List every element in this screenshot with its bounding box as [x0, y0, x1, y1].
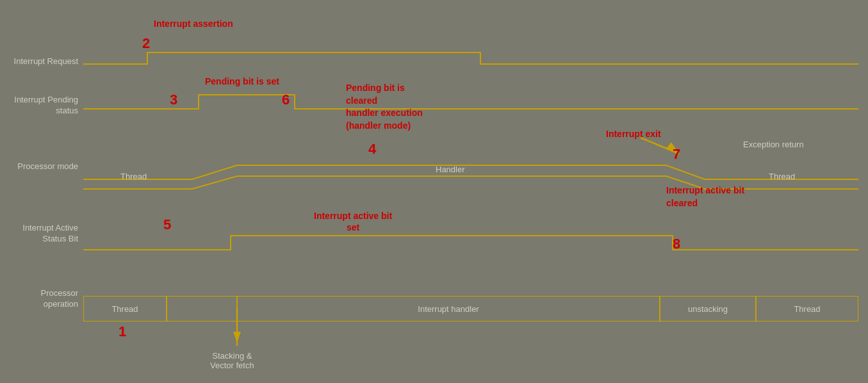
- op-bar-thread1: Thread: [83, 296, 167, 322]
- number-7: 7: [673, 146, 680, 163]
- annotation-interrupt-exit: Interrupt exit: [606, 128, 661, 140]
- number-3: 3: [170, 92, 177, 108]
- annotation-interrupt-assertion: Interrupt assertion: [154, 18, 233, 29]
- op-bar-thread2-label: Thread: [794, 304, 820, 314]
- stacking-vector-label: Stacking &Vector fetch: [210, 351, 254, 370]
- op-bar-unstacking-label: unstacking: [688, 304, 728, 314]
- op-bar-interrupt-handler: Interrupt handler: [237, 296, 660, 322]
- annotation-pending-bit-set: Pending bit is set: [205, 76, 279, 87]
- number-8: 8: [673, 236, 680, 252]
- svg-marker-1: [233, 332, 241, 343]
- annotation-active-bit-set: Interrupt active bitset: [314, 210, 392, 233]
- op-bar-unstacking: unstacking: [660, 296, 756, 322]
- handler-label: Handler: [436, 165, 465, 174]
- exception-return-label: Exception return: [743, 140, 804, 149]
- number-6: 6: [282, 92, 290, 108]
- thread-label-right: Thread: [769, 172, 795, 181]
- diagram-container: Interrupt Request Interrupt Pendingstatu…: [0, 0, 868, 383]
- number-1: 1: [119, 323, 126, 340]
- annotation-active-bit-cleared: Interrupt active bitcleared: [666, 184, 744, 209]
- op-bar-stacking: [167, 296, 237, 322]
- op-bar-thread2: Thread: [756, 296, 858, 322]
- number-4: 4: [368, 141, 376, 158]
- annotation-pending-cleared: Pending bit isclearedhandler execution(h…: [346, 82, 423, 132]
- number-5: 5: [163, 216, 171, 233]
- number-2: 2: [142, 35, 150, 52]
- op-bar-thread1-label: Thread: [111, 304, 138, 314]
- op-bar-interrupt-handler-label: Interrupt handler: [418, 304, 479, 314]
- thread-label-left: Thread: [120, 172, 147, 181]
